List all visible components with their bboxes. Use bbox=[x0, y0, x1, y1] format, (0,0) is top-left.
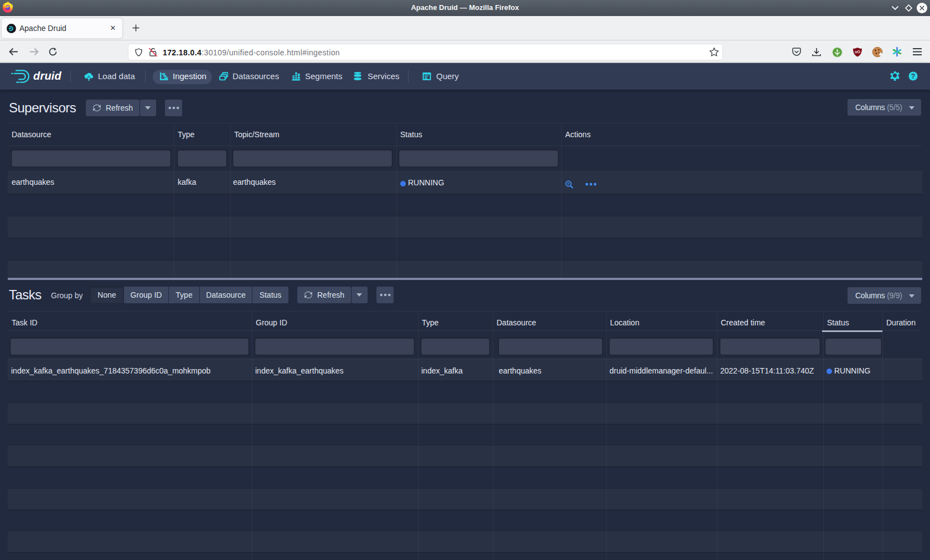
svg-text:?: ? bbox=[911, 72, 915, 80]
svg-text:uO: uO bbox=[855, 50, 860, 54]
